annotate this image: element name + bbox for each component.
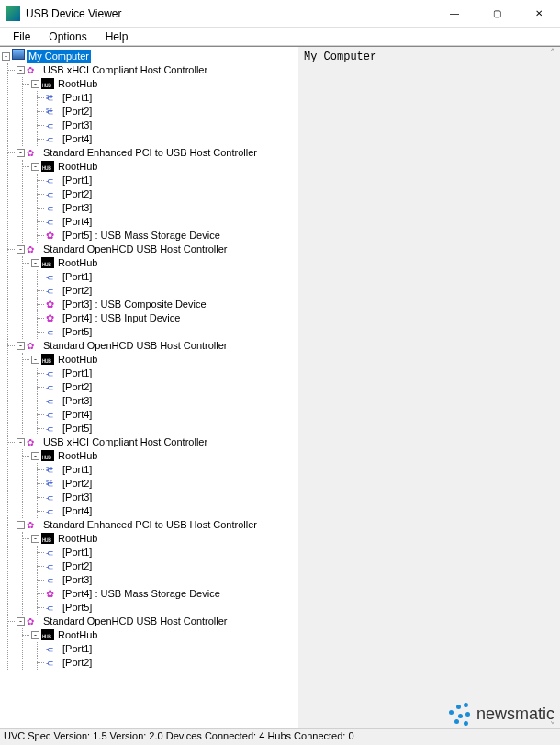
port-node[interactable]: [Port3]	[61, 573, 94, 587]
expand-toggle[interactable]: -	[31, 80, 39, 88]
hub-icon	[41, 629, 54, 640]
detail-pane: My Computer ⌃ ⌄	[297, 47, 560, 728]
expand-toggle[interactable]: -	[17, 617, 25, 626]
port-node[interactable]: [Port1]	[61, 91, 94, 105]
port-node[interactable]: [Port2]	[61, 477, 94, 491]
usb-port-icon	[46, 284, 59, 295]
hub-node[interactable]: RootHub	[56, 353, 99, 367]
port-node[interactable]: [Port1]	[61, 463, 94, 477]
controller-icon	[27, 435, 39, 446]
usb-port-icon	[46, 367, 59, 378]
port-node[interactable]: [Port4]	[61, 504, 94, 518]
port-node[interactable]: [Port5] : USB Mass Storage Device	[61, 229, 222, 243]
hub-icon	[41, 354, 54, 365]
port-node[interactable]: [Port3]	[61, 119, 94, 132]
usb-port-icon	[46, 601, 59, 612]
menu-options[interactable]: Options	[39, 28, 95, 45]
hub-icon	[41, 161, 54, 172]
port-node[interactable]: [Port4]	[61, 408, 94, 422]
usb-port-icon	[46, 174, 59, 185]
hub-icon	[41, 533, 54, 544]
expand-toggle[interactable]: -	[17, 245, 25, 254]
port-node[interactable]: [Port4] : USB Input Device	[61, 311, 182, 325]
port-node[interactable]: [Port2]	[61, 105, 94, 119]
expand-toggle[interactable]: -	[31, 163, 39, 171]
port-node[interactable]: [Port5]	[61, 601, 94, 615]
port-node[interactable]: [Port3]	[61, 201, 94, 215]
controller-node[interactable]: USB xHCI Compliant Host Controller	[41, 435, 209, 449]
port-node[interactable]: [Port4]	[61, 215, 94, 229]
expand-toggle[interactable]: -	[17, 342, 25, 350]
usb-port-icon	[46, 215, 59, 226]
usb-port-icon	[46, 546, 59, 557]
expand-toggle[interactable]: -	[31, 452, 39, 460]
maximize-button[interactable]: ▢	[476, 0, 518, 28]
controller-node[interactable]: Standard Enhanced PCI to USB Host Contro…	[41, 518, 259, 532]
detail-scrollbar[interactable]: ⌃ ⌄	[545, 47, 560, 728]
expand-toggle[interactable]: -	[17, 438, 25, 446]
usb-port-icon	[46, 642, 59, 653]
port-node[interactable]: [Port2]	[61, 656, 94, 670]
usb-port-icon	[46, 559, 59, 570]
port-node[interactable]: [Port3] : USB Composite Device	[61, 298, 208, 311]
computer-icon	[12, 49, 25, 60]
controller-icon	[27, 243, 39, 254]
hub-node[interactable]: RootHub	[56, 532, 99, 546]
port-node[interactable]: [Port3]	[61, 394, 94, 408]
expand-toggle[interactable]: -	[2, 52, 10, 61]
expand-toggle[interactable]: -	[31, 631, 39, 639]
usb-port-icon	[46, 656, 59, 667]
controller-node[interactable]: Standard Enhanced PCI to USB Host Contro…	[41, 146, 259, 160]
expand-toggle[interactable]: -	[17, 521, 25, 529]
port-node[interactable]: [Port3]	[61, 491, 94, 504]
port-node[interactable]: [Port1]	[61, 546, 94, 559]
port-node[interactable]: [Port4]	[61, 132, 94, 146]
usb-port-icon	[46, 201, 59, 212]
tree-pane[interactable]: -My Computer-USB xHCI Compliant Host Con…	[0, 47, 297, 728]
usb-port-icon	[46, 270, 59, 281]
close-button[interactable]: ✕	[518, 0, 560, 28]
port-node[interactable]: [Port5]	[61, 325, 94, 339]
expand-toggle[interactable]: -	[31, 356, 39, 364]
port-node[interactable]: [Port2]	[61, 380, 94, 394]
device-icon	[46, 229, 59, 240]
usb-port-icon	[46, 380, 59, 391]
port-node[interactable]: [Port4] : USB Mass Storage Device	[61, 587, 222, 601]
device-icon	[46, 298, 59, 309]
expand-toggle[interactable]: -	[31, 535, 39, 543]
port-node[interactable]: [Port2]	[61, 284, 94, 298]
minimize-button[interactable]: —	[433, 0, 476, 28]
menu-file[interactable]: File	[4, 28, 39, 45]
usb-port-icon	[46, 325, 59, 336]
port-node[interactable]: [Port1]	[61, 367, 94, 380]
usb-port-icon	[46, 408, 59, 419]
controller-icon	[27, 63, 39, 74]
expand-toggle[interactable]: -	[31, 259, 39, 267]
scroll-up-icon[interactable]: ⌃	[550, 47, 554, 60]
controller-node[interactable]: Standard OpenHCD USB Host Controller	[41, 243, 230, 256]
port-node[interactable]: [Port2]	[61, 559, 94, 573]
controller-icon	[27, 518, 39, 529]
hub-node[interactable]: RootHub	[56, 77, 99, 91]
expand-toggle[interactable]: -	[17, 66, 25, 74]
menu-help[interactable]: Help	[96, 28, 138, 45]
titlebar[interactable]: USB Device Viewer — ▢ ✕	[0, 0, 560, 28]
hub-node[interactable]: RootHub	[56, 256, 99, 270]
controller-node[interactable]: Standard OpenHCD USB Host Controller	[41, 615, 230, 628]
port-node[interactable]: [Port2]	[61, 187, 94, 201]
hub-node[interactable]: RootHub	[56, 449, 99, 463]
usb-port-icon	[46, 394, 59, 405]
port-node[interactable]: [Port1]	[61, 642, 94, 656]
port-node[interactable]: [Port1]	[61, 174, 94, 187]
statusbar: UVC Spec Version: 1.5 Version: 2.0 Devic…	[0, 728, 560, 745]
port-node[interactable]: [Port5]	[61, 422, 94, 435]
tree-root-node[interactable]: My Computer	[27, 50, 91, 63]
controller-node[interactable]: Standard OpenHCD USB Host Controller	[41, 339, 230, 353]
device-icon	[46, 587, 59, 598]
port-node[interactable]: [Port1]	[61, 270, 94, 284]
hub-icon	[41, 450, 54, 461]
controller-node[interactable]: USB xHCI Compliant Host Controller	[41, 63, 209, 77]
expand-toggle[interactable]: -	[17, 149, 25, 157]
hub-node[interactable]: RootHub	[56, 628, 99, 642]
hub-node[interactable]: RootHub	[56, 160, 99, 174]
